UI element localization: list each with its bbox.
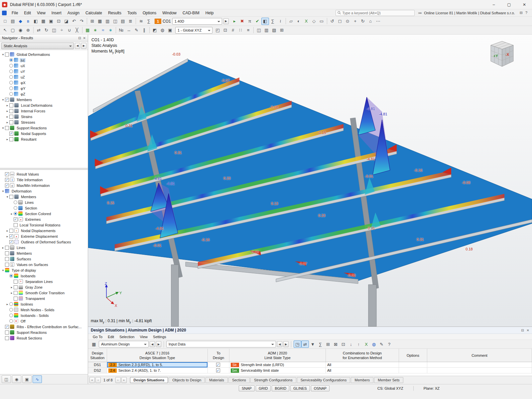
- checkbox[interactable]: [9, 229, 13, 233]
- design-situation-type-cell[interactable]: 2.3Section 2.3 (LRFD), 1. to 5.: [107, 362, 208, 367]
- display-item-isolines[interactable]: ▸Isolines: [0, 301, 88, 307]
- first-page-button[interactable]: «: [89, 377, 95, 383]
- tree-item-ux[interactable]: uX: [0, 63, 88, 68]
- load-cases-icon[interactable]: ≋: [137, 18, 145, 25]
- tree-item-uz[interactable]: uZ: [0, 74, 88, 80]
- tree-item-local-deformations[interactable]: ▸Local Deformations: [0, 102, 88, 108]
- redo-icon[interactable]: ↷: [78, 18, 85, 25]
- model-scene[interactable]: [88, 35, 532, 327]
- tree-item-nodal-supports[interactable]: Nodal Supports: [0, 131, 88, 136]
- display-item-deformation[interactable]: ▾Deformation: [0, 188, 88, 194]
- checkbox[interactable]: [5, 126, 9, 130]
- navigation-cube[interactable]: +Y -X: [486, 39, 518, 70]
- numbering-icon[interactable]: №: [117, 27, 125, 34]
- viewport-3d[interactable]: CO1 - 1.40D Static Analysis Moments My […: [88, 35, 532, 327]
- tree-item-resultant[interactable]: ▸Resultant: [0, 136, 88, 142]
- design-menu-view[interactable]: View: [137, 335, 150, 339]
- save-model-icon[interactable]: ▣: [47, 18, 55, 25]
- move-copy-icon[interactable]: ⇄: [35, 27, 43, 34]
- radio-button[interactable]: [9, 69, 13, 73]
- object-snap-settings-icon[interactable]: ⊕: [24, 27, 32, 34]
- panel-layout-icon[interactable]: ▥: [263, 27, 270, 34]
- bluetooth-icon[interactable]: ʙ: [24, 18, 32, 25]
- prev-design-case-button[interactable]: ◀: [150, 341, 155, 347]
- display-item-surfaces[interactable]: Surfaces: [0, 256, 88, 262]
- menu-assign[interactable]: Assign: [65, 9, 82, 17]
- snow-load-generator-icon[interactable]: ∗: [107, 27, 114, 34]
- checkbox[interactable]: [5, 184, 9, 188]
- zoom-to-fit-icon[interactable]: ⊡: [221, 27, 229, 34]
- tab-members[interactable]: Members: [351, 377, 373, 383]
- display-item-section[interactable]: Section: [0, 205, 88, 211]
- color-scale-toggle-icon[interactable]: ▧: [270, 27, 278, 34]
- expand-icon[interactable]: ▸: [10, 212, 14, 215]
- comments-icon[interactable]: ✎: [133, 27, 140, 34]
- ribbon-help-icon[interactable]: ?: [525, 11, 527, 15]
- checkbox[interactable]: [9, 195, 13, 199]
- tab-member-sets[interactable]: Member Sets: [374, 377, 403, 383]
- display-item-values-on-surfaces[interactable]: Values on Surfaces: [0, 262, 88, 267]
- tree-item-stresses[interactable]: ▸Stresses: [0, 119, 88, 125]
- user-defined-views-icon[interactable]: ▣: [166, 27, 174, 34]
- navigator-tab-views[interactable]: ▣: [22, 375, 32, 383]
- checkbox[interactable]: [9, 137, 13, 141]
- edit-select-icon[interactable]: ↖: [1, 27, 9, 34]
- merge-members-icon[interactable]: ∪: [66, 27, 73, 34]
- to-design-checkbox[interactable]: [216, 368, 220, 372]
- row-id-cell[interactable]: DS2: [88, 368, 107, 373]
- display-item-extreme-displacement[interactable]: ▸Extreme Displacement: [0, 233, 88, 239]
- sync-selection-icon[interactable]: ⇄: [301, 340, 309, 348]
- radio-button[interactable]: [14, 200, 17, 204]
- more-view-tools-icon[interactable]: ⋯: [374, 18, 382, 25]
- checkbox[interactable]: [5, 251, 9, 255]
- dimensions-icon[interactable]: ↔: [125, 27, 133, 34]
- plausibility-check-icon[interactable]: ✔: [254, 18, 261, 25]
- analysis-type-combo[interactable]: Static Analysis: [1, 43, 74, 49]
- checkbox[interactable]: [5, 53, 9, 57]
- next-table-button[interactable]: ▶: [283, 341, 289, 347]
- open-model-icon[interactable]: ▤: [9, 18, 17, 25]
- radio-button[interactable]: [14, 212, 17, 215]
- navigator-tab-results[interactable]: ∿: [33, 375, 42, 383]
- close-panel-icon[interactable]: ✕: [527, 329, 529, 332]
- app-menu-icon[interactable]: [2, 11, 7, 15]
- menu-calculate[interactable]: Calculate: [82, 9, 105, 17]
- combinations-cell[interactable]: All: [326, 368, 399, 373]
- generate-mesh-icon[interactable]: ▦: [84, 27, 91, 34]
- tab-materials[interactable]: Materials: [205, 377, 228, 383]
- display-item-max-min-information[interactable]: Max/Min Information: [0, 183, 88, 188]
- notes-icon[interactable]: ✎: [378, 340, 385, 348]
- display-item-members[interactable]: Members: [0, 250, 88, 256]
- display-item-members[interactable]: ▾Members: [0, 194, 88, 200]
- checkbox[interactable]: [9, 234, 13, 238]
- display-item-smooth-color-transition[interactable]: ▸Smooth Color Transition: [0, 290, 88, 296]
- comment-cell[interactable]: [427, 368, 532, 373]
- menu-window[interactable]: Window: [159, 9, 180, 17]
- combinations-cell[interactable]: All: [326, 362, 399, 367]
- menu-help[interactable]: Help: [202, 9, 217, 17]
- comment-cell[interactable]: [427, 362, 532, 367]
- radio-button[interactable]: [9, 274, 13, 278]
- display-item-separation-lines[interactable]: Separation Lines: [0, 279, 88, 284]
- close-window-icon[interactable]: ✕: [517, 0, 532, 9]
- expand-icon[interactable]: ▸: [10, 286, 14, 289]
- checkbox[interactable]: [9, 132, 13, 136]
- tree-item-internal-forces[interactable]: ▸Internal Forces: [0, 108, 88, 114]
- calculator-icon[interactable]: π: [246, 18, 254, 25]
- navigator-tab-data[interactable]: ◫: [2, 375, 11, 383]
- toggle-osnap[interactable]: OSNAP: [311, 385, 330, 391]
- checkbox[interactable]: [9, 109, 13, 113]
- printout-report-icon[interactable]: ▭: [318, 18, 326, 25]
- tab-serviceability-configurations[interactable]: Serviceability Configurations: [297, 377, 350, 383]
- load-combination-combo[interactable]: 1.40D: [172, 18, 222, 25]
- tree-item-x[interactable]: φX: [0, 80, 88, 85]
- tab-sections[interactable]: Sections: [228, 377, 250, 383]
- rotate-view-icon[interactable]: ↻: [359, 18, 367, 25]
- menu-file[interactable]: File: [9, 9, 21, 17]
- guidelines-icon[interactable]: ∥: [140, 27, 148, 34]
- dlubal-center-icon[interactable]: ◆: [17, 18, 24, 25]
- home-view-icon[interactable]: ⌂: [367, 18, 374, 25]
- radio-button[interactable]: [9, 86, 13, 90]
- options-cell[interactable]: [399, 362, 427, 367]
- mirror-object-icon[interactable]: ◫: [50, 27, 58, 34]
